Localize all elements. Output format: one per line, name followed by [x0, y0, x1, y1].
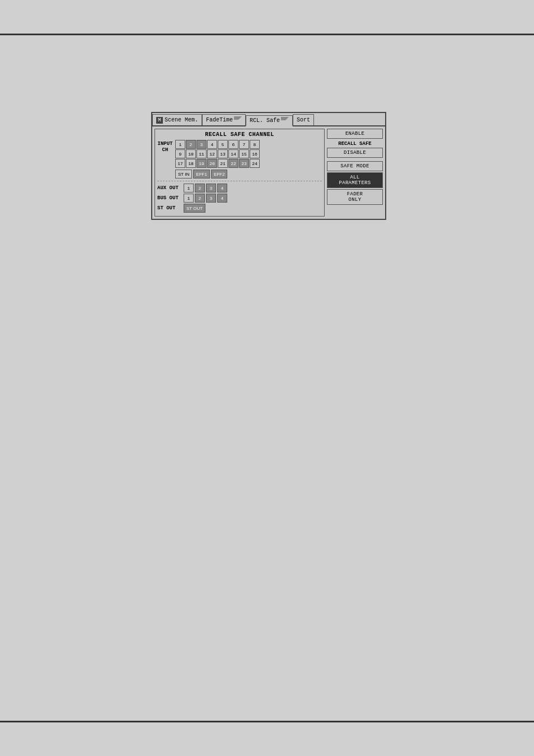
- ch-btn-5[interactable]: 5: [218, 140, 228, 149]
- bus-out-row: BUS OUT 1 2 3 4: [157, 194, 322, 203]
- recall-safe-label: RECALL SAFE: [327, 141, 383, 147]
- bus-out-btn-2[interactable]: 2: [195, 194, 205, 203]
- recall-safe-channel-title: RECALL SAFE CHANNEL: [157, 132, 322, 138]
- ch-btn-6[interactable]: 6: [228, 140, 238, 149]
- bus-out-btn-4[interactable]: 4: [217, 194, 227, 203]
- ch-btn-10[interactable]: 10: [186, 149, 196, 158]
- bus-out-label: BUS OUT: [157, 195, 182, 201]
- aux-out-row: AUX OUT 1 2 3 4: [157, 184, 322, 192]
- tab-bar: M Scene Mem. FadeTime RCL. Safe Sort: [152, 113, 385, 126]
- fader-only-btn[interactable]: FADER ONLY: [327, 189, 383, 205]
- ch-btn-3[interactable]: 3: [196, 140, 207, 149]
- scene-mem-icon: M: [156, 117, 163, 124]
- st-in-btn[interactable]: ST IN: [175, 170, 192, 179]
- right-section: ENABLE RECALL SAFE DISABLE SAFE MODE ALL…: [327, 129, 383, 217]
- st-out-label: ST OUT: [157, 205, 182, 211]
- recall-safe-group: RECALL SAFE DISABLE: [327, 141, 383, 158]
- aux-out-btn-1[interactable]: 1: [184, 184, 194, 192]
- ch-btn-21[interactable]: 21: [218, 159, 228, 168]
- ch-btn-14[interactable]: 14: [228, 149, 238, 158]
- ch-btn-18[interactable]: 18: [186, 159, 196, 168]
- st-eff-row: ST IN EFF1 EFF2: [175, 170, 260, 179]
- ch-btn-8[interactable]: 8: [250, 140, 260, 149]
- bus-out-btn-1[interactable]: 1: [184, 194, 194, 203]
- safe-mode-group: SAFE MODE ALL PARAMETERS FADER ONLY: [327, 161, 383, 205]
- main-panel: M Scene Mem. FadeTime RCL. Safe Sort REC…: [151, 112, 386, 220]
- st-out-btn[interactable]: ST OUT: [184, 204, 205, 213]
- ch-btn-1[interactable]: 1: [175, 140, 185, 149]
- tab-scene-mem-label: Scene Mem.: [165, 117, 198, 123]
- channel-row-1: 1 2 3 4 5 6 7 8: [175, 140, 260, 149]
- channel-row-3: 17 18 19 20 21 22 23 24: [175, 159, 260, 168]
- ch-btn-19[interactable]: 19: [196, 159, 207, 168]
- top-border: [0, 34, 534, 35]
- channel-grid: 1 2 3 4 5 6 7 8 9 10 11 12: [175, 140, 260, 179]
- input-ch-area: INPUTCH 1 2 3 4 5 6 7 8 9: [157, 140, 322, 179]
- bus-out-btn-3[interactable]: 3: [206, 194, 216, 203]
- tab-sort-label: Sort: [297, 117, 310, 123]
- ch-btn-15[interactable]: 15: [239, 149, 249, 158]
- ch-btn-7[interactable]: 7: [239, 140, 249, 149]
- tab-rcl-safe-label: RCL. Safe: [250, 118, 280, 124]
- enable-btn[interactable]: ENABLE: [327, 129, 383, 139]
- aux-out-btn-3[interactable]: 3: [206, 184, 216, 192]
- input-ch-label: INPUTCH: [157, 140, 173, 153]
- panel-body: RECALL SAFE CHANNEL INPUTCH 1 2 3 4 5 6 …: [152, 126, 385, 219]
- st-out-row: ST OUT ST OUT: [157, 204, 322, 213]
- ch-btn-13[interactable]: 13: [218, 149, 228, 158]
- ch-btn-2[interactable]: 2: [186, 140, 196, 149]
- bottom-border: [0, 721, 534, 722]
- aux-out-btn-2[interactable]: 2: [195, 184, 205, 192]
- ch-btn-24[interactable]: 24: [250, 159, 260, 168]
- tab-fade-time-label: FadeTime: [206, 117, 233, 123]
- safe-mode-label-btn: SAFE MODE: [327, 161, 383, 171]
- tab-rcl-safe[interactable]: RCL. Safe: [246, 115, 293, 126]
- ch-btn-11[interactable]: 11: [196, 149, 207, 158]
- tab-fade-time[interactable]: FadeTime: [202, 114, 246, 125]
- ch-btn-20[interactable]: 20: [207, 159, 217, 168]
- ch-btn-4[interactable]: 4: [207, 140, 217, 149]
- all-parameters-btn[interactable]: ALL PARAMETERS: [327, 172, 383, 188]
- aux-out-label: AUX OUT: [157, 185, 182, 191]
- tab-scene-mem[interactable]: M Scene Mem.: [152, 114, 202, 125]
- ch-btn-9[interactable]: 9: [175, 149, 185, 158]
- aux-out-btn-4[interactable]: 4: [217, 184, 227, 192]
- ch-btn-17[interactable]: 17: [175, 159, 185, 168]
- disable-btn[interactable]: DISABLE: [327, 148, 383, 158]
- left-section: RECALL SAFE CHANNEL INPUTCH 1 2 3 4 5 6 …: [154, 129, 325, 217]
- eff1-btn[interactable]: EFF1: [193, 170, 210, 179]
- channel-row-2: 9 10 11 12 13 14 15 16: [175, 149, 260, 158]
- divider-1: [157, 181, 322, 181]
- ch-btn-22[interactable]: 22: [228, 159, 238, 168]
- tab-sort[interactable]: Sort: [293, 114, 314, 125]
- ch-btn-23[interactable]: 23: [239, 159, 249, 168]
- ch-btn-12[interactable]: 12: [207, 149, 217, 158]
- eff2-btn[interactable]: EFF2: [211, 170, 228, 179]
- ch-btn-16[interactable]: 16: [250, 149, 260, 158]
